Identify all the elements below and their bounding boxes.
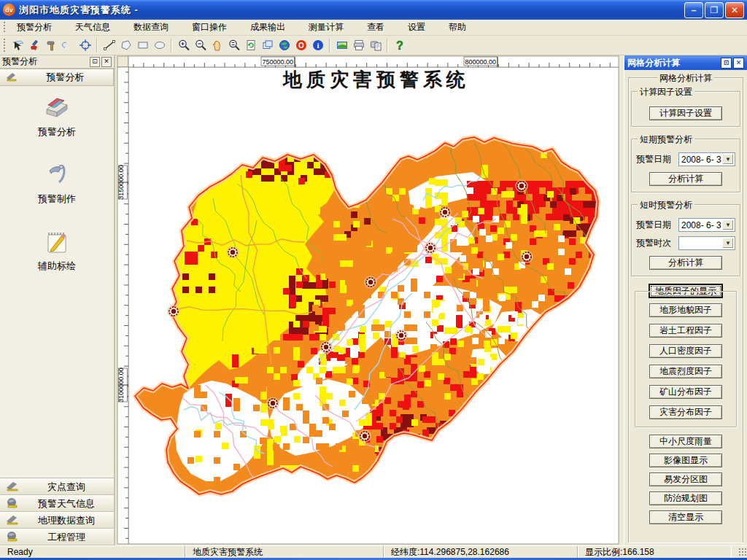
人口密度因子-button[interactable]: 人口密度因子: [649, 344, 722, 358]
line-tool-icon: [103, 39, 116, 52]
raster-cell: [303, 437, 309, 443]
raster-cell: [289, 276, 295, 282]
menu-item-2[interactable]: 天气信息: [68, 20, 117, 35]
section-灾点查询[interactable]: 灾点查询: [0, 478, 114, 495]
影像图显示-button[interactable]: 影像图显示: [649, 454, 722, 467]
town-marker[interactable]: [521, 251, 533, 262]
menu-item-8[interactable]: 设置: [400, 20, 433, 35]
zoom-extent-button[interactable]: [225, 37, 242, 53]
易发分区图-button[interactable]: 易发分区图: [649, 472, 722, 486]
field-label: 预警日期: [636, 153, 678, 166]
地形地貌因子-button[interactable]: 地形地貌因子: [649, 303, 722, 317]
raster-cell: [316, 430, 322, 437]
fill-tool-button[interactable]: [26, 37, 43, 53]
menu-item-7[interactable]: 查看: [360, 20, 392, 35]
center-tool-button[interactable]: [77, 37, 93, 53]
map-view[interactable]: 750000.00800000.003150000.003100000.00地质…: [117, 55, 624, 545]
section-工程管理[interactable]: 工程管理: [0, 529, 114, 545]
town-marker[interactable]: [359, 430, 371, 442]
raster-cell: [340, 287, 347, 293]
town-marker[interactable]: [267, 397, 279, 409]
menu-item-3[interactable]: 数据查询: [126, 20, 176, 35]
ellipse-tool-icon: [153, 39, 166, 52]
close-button[interactable]: ✕: [725, 2, 744, 18]
raster-cell: [302, 282, 309, 289]
pin-icon[interactable]: ⊡: [90, 57, 100, 67]
refresh-button[interactable]: [242, 37, 259, 53]
menu-item-1[interactable]: 预警分析: [9, 20, 59, 35]
field-row: 预警时次▼: [636, 236, 735, 250]
close-icon[interactable]: ✕: [101, 57, 112, 67]
print-button[interactable]: [350, 37, 367, 53]
town-marker[interactable]: [365, 276, 376, 288]
tool-预警制作[interactable]: 预警制作: [13, 159, 101, 206]
group-legend: 计算因子设置: [638, 86, 694, 98]
分析计算-button[interactable]: 分析计算: [649, 172, 722, 186]
combo-预警时次[interactable]: ▼: [678, 236, 735, 250]
pin-icon[interactable]: ⊡: [721, 58, 732, 69]
restore-button[interactable]: ❐: [705, 2, 724, 18]
menu-grip[interactable]: [3, 21, 7, 34]
print-preview-button[interactable]: [367, 37, 384, 53]
town-marker[interactable]: [168, 306, 179, 317]
hammer-tool-button[interactable]: [43, 37, 60, 53]
矿山分布因子-button[interactable]: 矿山分布因子: [649, 385, 722, 399]
town-marker[interactable]: [227, 246, 239, 258]
right-panel-body: 网格分析计算 计算因子设置计算因子设置短期预警分析预警日期2008- 6- 3▼…: [626, 71, 746, 544]
resize-grip[interactable]: [738, 548, 747, 556]
combo-预警日期[interactable]: 2008- 6- 3▼: [678, 152, 735, 166]
raster-cell: [315, 315, 322, 322]
防治规划图-button[interactable]: 防治规划图: [649, 491, 722, 505]
town-marker[interactable]: [439, 206, 451, 218]
chevron-down-icon[interactable]: ▼: [722, 154, 734, 165]
combo-预警日期[interactable]: 2008- 6- 3▼: [678, 218, 735, 232]
section-预警天气信息[interactable]: 预警天气信息: [0, 495, 114, 512]
chevron-down-icon[interactable]: ▼: [722, 238, 734, 249]
town-marker[interactable]: [395, 330, 407, 341]
stop-button[interactable]: O: [293, 37, 309, 53]
menu-item-5[interactable]: 成果输出: [243, 20, 293, 35]
岩土工程因子-button[interactable]: 岩土工程因子: [649, 324, 722, 338]
globe-button[interactable]: [276, 37, 293, 53]
left-panel-header[interactable]: 预警分析: [0, 69, 114, 86]
中小尺度雨量-button[interactable]: 中小尺度雨量: [649, 435, 722, 448]
map-view-button[interactable]: [333, 37, 350, 53]
zoom-out-button[interactable]: [192, 37, 209, 53]
rectangle-tool-button[interactable]: [134, 37, 151, 53]
raster-cell: [539, 181, 546, 187]
raster-cell: [303, 321, 309, 327]
地震烈度因子-button[interactable]: 地震烈度因子: [649, 365, 722, 378]
cloud-tool-button[interactable]: [60, 37, 77, 53]
info-button[interactable]: i: [309, 37, 326, 53]
menu-item-4[interactable]: 窗口操作: [185, 20, 234, 35]
menu-item-6[interactable]: 测量计算: [301, 20, 351, 35]
ellipse-tool-button[interactable]: [151, 37, 168, 53]
layers-button[interactable]: [259, 37, 276, 53]
section-label: 预警天气信息: [19, 497, 114, 510]
polygon-tool-button[interactable]: [117, 37, 134, 53]
计算因子设置-button[interactable]: 计算因子设置: [649, 106, 722, 120]
toolbar-grip[interactable]: [3, 38, 7, 53]
line-tool-button[interactable]: [101, 37, 117, 53]
tool-辅助标绘[interactable]: 辅助标绘: [13, 226, 101, 273]
close-icon[interactable]: ✕: [733, 58, 744, 69]
tool-预警分析[interactable]: 预警分析: [13, 95, 101, 139]
town-marker[interactable]: [425, 242, 436, 254]
menu-item-9[interactable]: 帮助: [441, 20, 473, 35]
select-tool-button[interactable]: [9, 37, 26, 53]
minimize-button[interactable]: –: [684, 2, 703, 18]
raster-cell: [360, 326, 366, 332]
raster-cell: [293, 380, 300, 386]
town-marker[interactable]: [320, 341, 332, 353]
分析计算-button[interactable]: 分析计算: [649, 256, 722, 270]
raster-cell: [185, 252, 191, 258]
town-marker[interactable]: [516, 180, 527, 192]
section-地理数据查询[interactable]: 地理数据查询: [0, 512, 114, 529]
chevron-down-icon[interactable]: ▼: [722, 219, 734, 230]
灾害分布因子-button[interactable]: 灾害分布因子: [649, 405, 722, 419]
zoom-in-button[interactable]: [175, 37, 192, 53]
清空显示-button[interactable]: 清空显示: [649, 510, 722, 524]
raster-cell: [538, 295, 545, 301]
help-button[interactable]: ?: [391, 37, 408, 53]
pan-hand-button[interactable]: [209, 37, 225, 53]
